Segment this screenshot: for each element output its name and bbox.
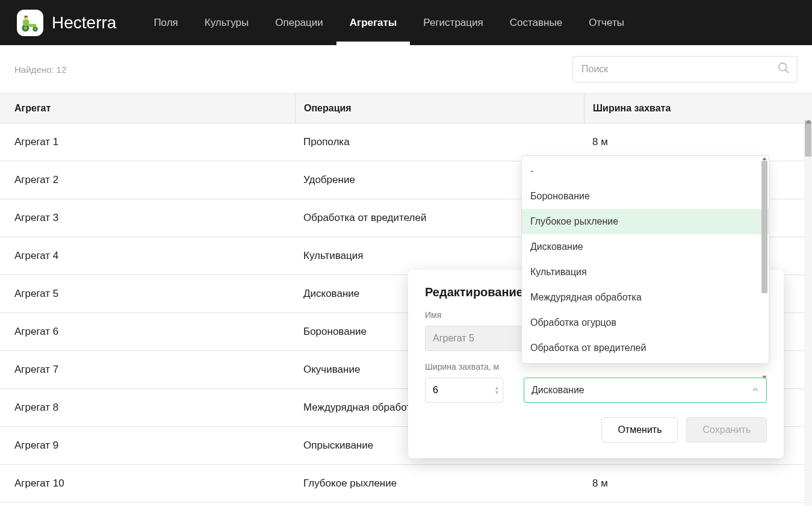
nav-compounds[interactable]: Составные [497, 0, 575, 45]
scrollbar-thumb[interactable] [761, 161, 767, 293]
scroll-up-icon[interactable] [762, 157, 767, 160]
cell-name: Агрегат 5 [0, 288, 295, 300]
cell-name: Агрегат 2 [0, 174, 295, 186]
modal-actions: Отменить Сохранить [425, 417, 767, 443]
dropdown-option[interactable]: - [522, 158, 769, 184]
number-stepper[interactable]: ▲ ▼ [494, 386, 500, 394]
dropdown-option[interactable]: Дискование [522, 234, 769, 260]
brand-name: Hecterra [52, 13, 116, 33]
svg-point-3 [34, 28, 36, 30]
operation-dropdown: -БоронованиеГлубокое рыхлениеДискованиеК… [521, 155, 769, 364]
cell-name: Агрегат 1 [0, 136, 295, 148]
dropdown-list: -БоронованиеГлубокое рыхлениеДискованиеК… [522, 158, 769, 361]
scroll-down-icon[interactable] [762, 376, 767, 379]
svg-line-9 [786, 70, 789, 73]
operation-select-value: Дискование [532, 385, 584, 396]
search-input[interactable] [572, 56, 798, 82]
chevron-up-icon [752, 385, 759, 396]
cell-operation: Глубокое рыхление [295, 477, 584, 490]
svg-rect-7 [25, 16, 28, 17]
dropdown-scrollbar[interactable] [761, 161, 767, 375]
nav-reports[interactable]: Отчеты [575, 0, 637, 45]
nav-operations[interactable]: Операции [262, 0, 336, 45]
nav-fields[interactable]: Поля [140, 0, 191, 45]
svg-point-8 [779, 63, 787, 71]
col-width[interactable]: Ширина захвата [584, 94, 812, 123]
dropdown-option[interactable]: Обработка огурцов [522, 310, 769, 335]
operation-field-wrap: Дискование [524, 362, 767, 403]
dropdown-option[interactable]: Глубокое рыхление [522, 209, 769, 234]
svg-point-1 [24, 26, 27, 29]
svg-rect-4 [23, 19, 29, 25]
col-machinery[interactable]: Агрегат [0, 103, 295, 114]
nav-registration[interactable]: Регистрация [410, 0, 496, 45]
table-row[interactable]: Агрегат 10Глубокое рыхление8 м [0, 465, 812, 503]
cancel-button[interactable]: Отменить [601, 417, 678, 443]
app-header: Hecterra Поля Культуры Операции Агрегаты… [0, 0, 812, 45]
cell-width: 8 м [584, 477, 812, 490]
cell-name: Агрегат 6 [0, 326, 295, 338]
cell-name: Агрегат 10 [0, 477, 295, 490]
cell-width: 8 м [584, 136, 812, 148]
table-header: Агрегат Операция Ширина захвата [0, 93, 812, 123]
cell-name: Агрегат 7 [0, 364, 295, 376]
cell-name: Агрегат 3 [0, 212, 295, 224]
cell-name: Агрегат 8 [0, 402, 295, 414]
cell-operation: Прополка [295, 136, 584, 148]
nav-machinery[interactable]: Агрегаты [336, 0, 411, 45]
cell-name: Агрегат 9 [0, 440, 295, 452]
save-button[interactable]: Сохранить [686, 417, 767, 443]
search-wrap [572, 56, 798, 82]
logo-icon [17, 10, 43, 36]
nav-cultures[interactable]: Культуры [191, 0, 262, 45]
chevron-down-icon[interactable]: ▼ [494, 391, 500, 394]
main-nav: Поля Культуры Операции Агрегаты Регистра… [140, 0, 637, 45]
dropdown-option[interactable]: Культивация [522, 260, 769, 285]
found-count: Найдено: 12 [14, 64, 66, 75]
page-scrollbar[interactable] [804, 120, 812, 506]
svg-rect-5 [29, 23, 36, 26]
cell-name: Агрегат 4 [0, 250, 295, 262]
dropdown-option[interactable]: Боронование [522, 184, 769, 209]
operation-select[interactable]: Дискование [524, 378, 767, 403]
toolbar: Найдено: 12 [0, 45, 812, 93]
width-input[interactable] [425, 378, 503, 403]
width-label: Ширина захвата, м [425, 362, 503, 372]
col-operation[interactable]: Операция [295, 94, 584, 123]
scroll-up-icon[interactable] [805, 120, 811, 123]
width-field-wrap: Ширина захвата, м ▲ ▼ [425, 362, 503, 403]
brand-wrap: Hecterra [17, 10, 116, 36]
tractor-icon [20, 13, 40, 33]
search-icon[interactable] [777, 61, 790, 77]
dropdown-option[interactable]: Обработка от вредителей [522, 335, 769, 361]
dropdown-option[interactable]: Междурядная обработка [522, 285, 769, 310]
